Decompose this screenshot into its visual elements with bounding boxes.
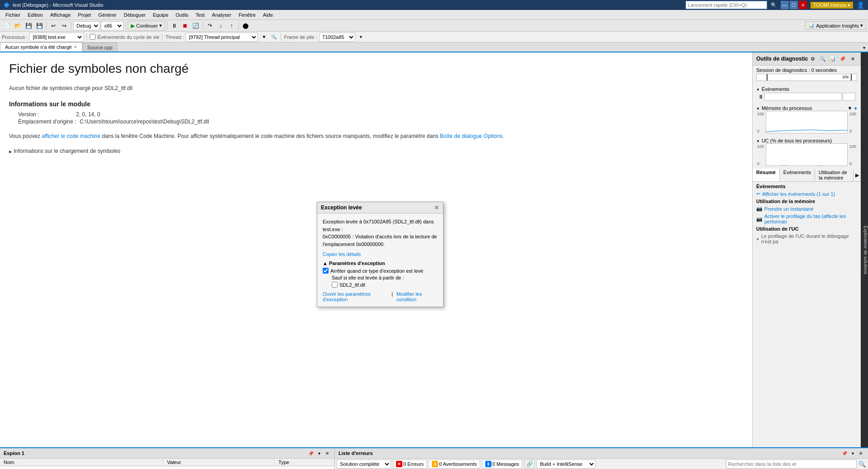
build-link-btn[interactable]: 🔗 — [524, 460, 535, 469]
undo-btn[interactable]: ↩ — [48, 21, 58, 31]
step-into-btn[interactable]: ↓ — [216, 21, 226, 31]
build-filter-dropdown[interactable]: Build + IntelliSense — [537, 460, 596, 469]
diag-tab-resume[interactable]: Résumé — [753, 169, 780, 181]
diag-close-btn[interactable]: ✕ — [848, 54, 857, 63]
menu-outils[interactable]: Outils — [172, 11, 192, 19]
quick-launch-input[interactable] — [686, 1, 767, 9]
dialog-checkbox1[interactable] — [323, 268, 329, 274]
tab-aucun-symbole[interactable]: Aucun symbole n'a été chargé ✕ — [0, 43, 82, 52]
diag-heap-link[interactable]: 📷 Activer le profilage du tas (affecte l… — [756, 213, 857, 224]
errors-filter-btn[interactable]: ✕ 0 Erreurs — [393, 460, 427, 469]
tab-close-0[interactable]: ✕ — [74, 45, 77, 49]
app-insights-button[interactable]: 📊 Application Insights ▾ — [805, 21, 866, 30]
bottom-area: Espion 1 📌 ▾ ✕ Nom Valeur Type Liste d'e… — [0, 447, 868, 469]
error-dropdown-btn[interactable]: ▾ — [849, 450, 856, 457]
menu-affichage[interactable]: Affichage — [47, 11, 75, 19]
step-over-btn[interactable]: ↷ — [205, 21, 215, 31]
error-scope-dropdown[interactable]: Solution complète — [337, 460, 391, 469]
restore-button[interactable]: ☐ — [790, 1, 798, 9]
error-close-btn[interactable]: ✕ — [857, 450, 864, 457]
diag-search-btn[interactable]: 🔍 — [818, 54, 827, 63]
processus-dropdown[interactable]: [8388] test.exe — [29, 33, 84, 42]
arch-dropdown[interactable]: x86 — [101, 21, 124, 30]
menu-test[interactable]: Test — [192, 11, 208, 19]
espion-close-btn[interactable]: ✕ — [324, 450, 331, 457]
menu-projet[interactable]: Projet — [74, 11, 95, 19]
dialog-action2[interactable]: Modifier les condition — [396, 291, 438, 302]
menu-edition[interactable]: Edition — [24, 11, 47, 19]
memory-max: 100 — [757, 112, 764, 116]
frame-btn[interactable]: ▾ — [357, 33, 365, 41]
memory-filter-btn[interactable]: ▼ — [847, 105, 852, 111]
espion-header: Espion 1 📌 ▾ ✕ — [0, 448, 334, 459]
dialog-action1[interactable]: Ouvrir les paramètres d'exception — [323, 291, 388, 302]
memory-dot-btn[interactable]: ● — [854, 105, 857, 111]
dialog-params-title: ▲ Paramètres d'exception — [323, 261, 438, 266]
save-btn[interactable]: 💾 — [24, 21, 33, 31]
tab-scroll-btn[interactable]: ▾ — [860, 43, 868, 52]
espion-table-header: Nom Valeur Type — [0, 459, 334, 466]
breakpoint-btn[interactable]: ⬤ — [241, 21, 251, 31]
tab-source-cpp[interactable]: Source.cpp — [82, 43, 118, 52]
dialog-checkbox2[interactable] — [332, 282, 338, 288]
diag-pin-btn[interactable]: 📌 — [838, 54, 847, 63]
diag-events-title: Évènements — [756, 184, 857, 189]
close-button[interactable]: ✕ — [799, 1, 807, 9]
error-search-input[interactable] — [726, 460, 857, 469]
events-pause-btn[interactable]: ⏸ — [758, 93, 763, 101]
menu-aide[interactable]: Aide — [259, 11, 277, 19]
thread-dropdown[interactable]: [9792] Thread principal — [186, 33, 258, 42]
menu-fichier[interactable]: Fichier — [2, 11, 24, 19]
diag-tabs: Résumé Événements Utilisation de la mémo… — [753, 169, 861, 182]
cpu-max-right: 100 — [849, 144, 856, 149]
debug-sep3 — [281, 33, 281, 41]
diag-tab-events[interactable]: Événements — [780, 169, 815, 181]
menu-generer[interactable]: Générer — [95, 11, 120, 19]
debug-config-dropdown[interactable]: Debug — [73, 21, 100, 30]
save-all-btn[interactable]: 💾 — [34, 21, 44, 31]
info-text-pre: Vous pouvez — [9, 133, 42, 139]
expand-label: Informations sur le chargement de symbol… — [14, 148, 120, 154]
dialog-actions: Ouvrir les paramètres d'exception | Modi… — [323, 291, 438, 302]
step-out-btn[interactable]: ↑ — [227, 21, 237, 31]
triangle-icon: ▲ — [323, 261, 328, 266]
memory-min: 0 — [757, 129, 764, 133]
diag-show-events-link[interactable]: ↩ Afficher les évènements (1 sur 1) — [756, 191, 857, 197]
link-options[interactable]: Boîte de dialogue Options — [440, 133, 502, 139]
pause-btn[interactable]: ⏸ — [169, 21, 179, 31]
diag-tab-memory[interactable]: Utilisation de la mémoire — [815, 169, 854, 181]
new-file-btn[interactable]: 📄 — [2, 21, 12, 31]
frame-dropdown[interactable]: 71002a85 — [319, 33, 355, 42]
dialog-close-button[interactable]: ✕ — [434, 204, 439, 211]
explorer-label: Explorateur de solutions — [863, 226, 868, 274]
diag-settings-btn[interactable]: ⚙ — [808, 54, 817, 63]
open-btn[interactable]: 📂 — [13, 21, 23, 31]
expand-section[interactable]: Informations sur le chargement de symbol… — [9, 148, 743, 154]
restart-btn[interactable]: 🔄 — [191, 21, 201, 31]
events-input[interactable] — [764, 93, 842, 101]
errors-count: 0 Erreurs — [403, 461, 424, 467]
evenements-checkbox[interactable] — [90, 34, 95, 40]
diag-chart-btn[interactable]: 📊 — [828, 54, 837, 63]
stop-btn[interactable]: ⏹ — [180, 21, 190, 31]
menu-debuguer[interactable]: Déboguer — [120, 11, 149, 19]
diag-snapshot-link[interactable]: 📷 Prendre un instantané — [756, 206, 857, 212]
espion-dropdown-btn[interactable]: ▾ — [315, 450, 323, 457]
redo-btn[interactable]: ↪ — [59, 21, 69, 31]
minimize-button[interactable]: — — [781, 1, 789, 9]
messages-filter-btn[interactable]: ℹ 0 Messages — [482, 460, 522, 469]
link-machine[interactable]: afficher le code machine — [42, 133, 100, 139]
continuer-button[interactable]: ▶ Continuer ▾ — [128, 21, 165, 31]
diag-tab-more[interactable]: ▶ — [854, 169, 861, 181]
menu-fenetre[interactable]: Fenêtre — [235, 11, 259, 19]
error-pin-btn[interactable]: 📌 — [841, 450, 848, 457]
menu-analyser[interactable]: Analyser — [208, 11, 235, 19]
thread-search-btn[interactable]: 🔍 — [270, 33, 278, 41]
thread-filter-btn[interactable]: ▼ — [260, 33, 268, 41]
tab-label-0: Aucun symbole n'a été chargé — [5, 44, 72, 50]
warnings-filter-btn[interactable]: ⚠ 0 Avertissements — [429, 460, 480, 469]
menu-equipe[interactable]: Equipe — [149, 11, 172, 19]
error-search-btn[interactable]: 🔍 — [858, 461, 866, 468]
espion-pin-btn[interactable]: 📌 — [307, 450, 315, 457]
dialog-copy-link[interactable]: Copier les détails — [323, 251, 438, 257]
